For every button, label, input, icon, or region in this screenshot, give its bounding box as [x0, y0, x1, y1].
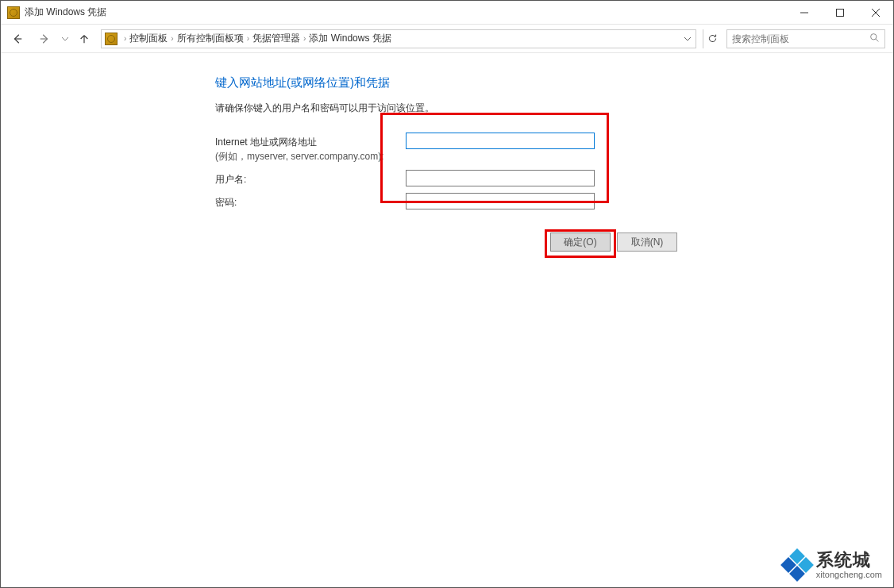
address-dropdown[interactable] — [681, 33, 694, 44]
back-button[interactable] — [6, 28, 29, 50]
password-input[interactable] — [406, 193, 595, 209]
svg-point-6 — [871, 33, 877, 39]
titlebar: 添加 Windows 凭据 — [1, 1, 893, 25]
refresh-button[interactable] — [703, 29, 722, 48]
address-example-text: (例如，myserver, server.company.com): — [215, 151, 383, 162]
ok-button[interactable]: 确定(O) — [550, 233, 611, 252]
search-icon — [869, 33, 880, 45]
window-controls — [786, 1, 893, 24]
cancel-button[interactable]: 取消(N) — [617, 233, 677, 252]
watermark-logo-icon — [783, 551, 811, 579]
address-label: Internet 地址或网络地址 (例如，myserver, server.co… — [215, 133, 406, 163]
minimize-button[interactable] — [786, 1, 822, 24]
breadcrumb: › 控制面板 › 所有控制面板项 › 凭据管理器 › 添加 Windows 凭据 — [121, 32, 681, 45]
chevron-right-icon: › — [247, 34, 249, 43]
chevron-right-icon: › — [124, 34, 126, 43]
window-title: 添加 Windows 凭据 — [25, 6, 106, 19]
address-icon — [105, 33, 118, 45]
watermark-url: xitongcheng.com — [816, 570, 882, 579]
page-heading: 键入网站地址(或网络位置)和凭据 — [215, 75, 893, 90]
navbar: › 控制面板 › 所有控制面板项 › 凭据管理器 › 添加 Windows 凭据 — [1, 25, 893, 53]
watermark-title: 系统城 — [816, 551, 882, 570]
address-input[interactable] — [406, 133, 595, 149]
svg-rect-1 — [836, 9, 843, 16]
up-button[interactable] — [74, 28, 94, 50]
breadcrumb-item[interactable]: 添加 Windows 凭据 — [309, 32, 391, 45]
password-label: 密码: — [215, 193, 406, 209]
search-input[interactable] — [732, 33, 869, 44]
breadcrumb-item[interactable]: 凭据管理器 — [252, 32, 300, 45]
chevron-right-icon: › — [303, 34, 306, 43]
content-area: 键入网站地址(或网络位置)和凭据 请确保你键入的用户名和密码可以用于访问该位置。… — [1, 53, 893, 209]
svg-line-7 — [876, 39, 878, 41]
forward-button[interactable] — [33, 28, 56, 50]
address-label-text: Internet 地址或网络地址 — [215, 136, 317, 148]
close-button[interactable] — [857, 1, 893, 24]
username-label: 用户名: — [215, 170, 406, 186]
chevron-right-icon: › — [171, 34, 173, 43]
search-box[interactable] — [726, 29, 885, 48]
history-dropdown[interactable] — [60, 36, 71, 42]
breadcrumb-item[interactable]: 所有控制面板项 — [177, 32, 244, 45]
page-subtext: 请确保你键入的用户名和密码可以用于访问该位置。 — [215, 102, 893, 115]
dialog-buttons: 确定(O) 取消(N) — [1, 233, 893, 252]
app-icon — [7, 6, 20, 19]
breadcrumb-item[interactable]: 控制面板 — [129, 32, 168, 45]
username-input[interactable] — [406, 170, 595, 186]
address-bar[interactable]: › 控制面板 › 所有控制面板项 › 凭据管理器 › 添加 Windows 凭据 — [101, 29, 696, 48]
watermark: 系统城 xitongcheng.com — [783, 551, 882, 579]
maximize-button[interactable] — [822, 1, 857, 24]
credential-form: Internet 地址或网络地址 (例如，myserver, server.co… — [215, 133, 660, 209]
